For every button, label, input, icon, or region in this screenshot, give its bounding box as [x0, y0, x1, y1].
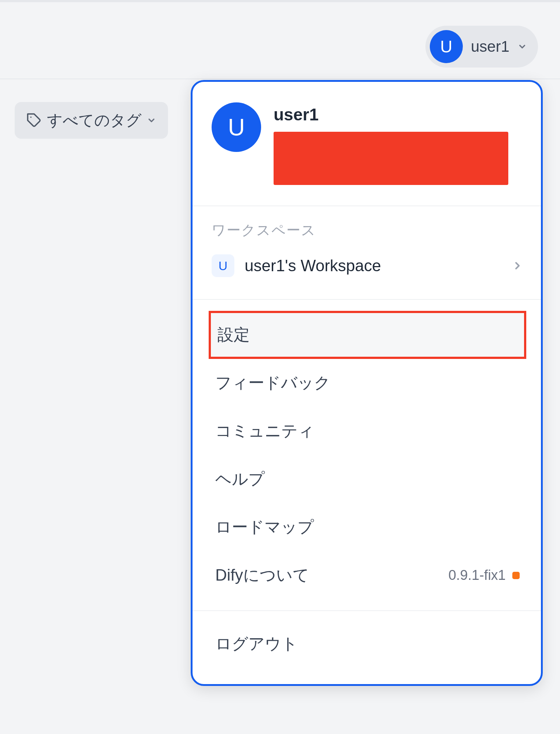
menu-item-label: ログアウト — [215, 633, 298, 655]
menu-item-about[interactable]: Difyについて 0.9.1-fix1 — [212, 551, 523, 599]
menu-item-label: コミュニティ — [215, 420, 314, 442]
menu-items: 設定 フィードバック コミュニティ ヘルプ ロードマップ Difyについて 0.… — [193, 300, 541, 611]
tags-filter-button[interactable]: すべてのタグ — [15, 102, 168, 139]
tag-icon — [26, 113, 42, 128]
user-menu-name: user1 — [471, 38, 509, 55]
workspace-name: user1's Workspace — [245, 257, 501, 275]
status-dot-icon — [512, 572, 520, 579]
logout-section: ログアウト — [193, 611, 541, 684]
chevron-right-icon — [512, 260, 523, 272]
profile-email-redacted — [274, 132, 508, 185]
menu-item-label: ロードマップ — [215, 516, 314, 538]
version-text: 0.9.1-fix1 — [449, 567, 506, 583]
workspace-section-label: ワークスペース — [212, 221, 523, 240]
profile-section: U user1 — [193, 82, 541, 206]
menu-item-label: ヘルプ — [215, 468, 265, 490]
menu-item-label: 設定 — [217, 324, 250, 346]
menu-item-settings[interactable]: 設定 — [209, 311, 526, 359]
version-badge: 0.9.1-fix1 — [449, 567, 520, 583]
workspace-avatar: U — [212, 254, 234, 277]
avatar: U — [212, 102, 261, 152]
menu-item-label: Difyについて — [215, 564, 309, 586]
menu-item-community[interactable]: コミュニティ — [212, 407, 523, 455]
menu-item-roadmap[interactable]: ロードマップ — [212, 503, 523, 551]
menu-item-label: フィードバック — [215, 372, 330, 394]
profile-username: user1 — [274, 105, 523, 124]
menu-item-logout[interactable]: ログアウト — [212, 626, 523, 662]
profile-info: user1 — [274, 102, 523, 185]
avatar: U — [430, 30, 463, 63]
tags-filter-label: すべてのタグ — [47, 110, 142, 131]
user-dropdown-panel: U user1 ワークスペース U user1's Workspace 設定 フ… — [191, 80, 543, 686]
menu-item-feedback[interactable]: フィードバック — [212, 359, 523, 407]
user-menu-button[interactable]: U user1 — [425, 26, 538, 68]
menu-item-help[interactable]: ヘルプ — [212, 455, 523, 503]
workspace-item[interactable]: U user1's Workspace — [212, 250, 523, 281]
workspace-section: ワークスペース U user1's Workspace — [193, 206, 541, 300]
chevron-down-icon — [147, 116, 156, 125]
chevron-down-icon — [517, 42, 527, 51]
